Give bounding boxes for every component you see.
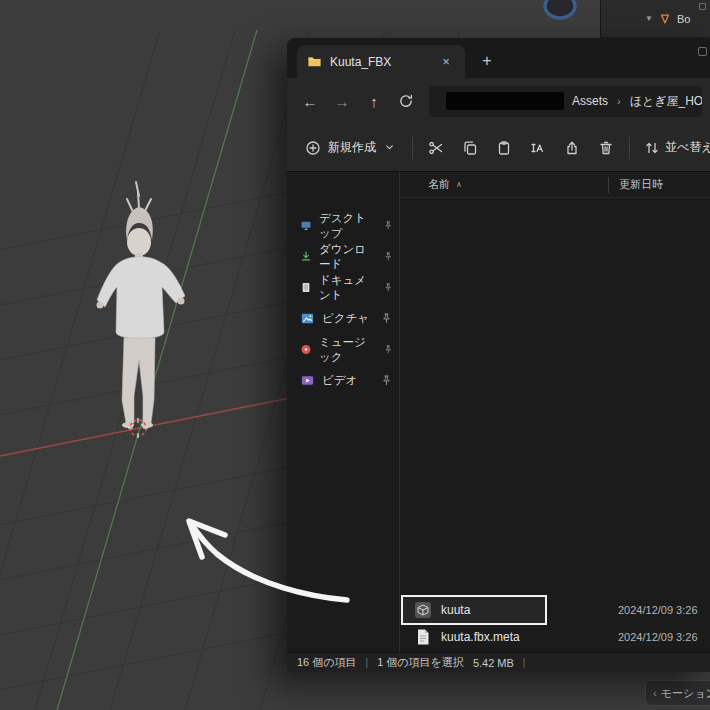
sidebar-item-desktop[interactable]: デスクトップ: [287, 210, 399, 241]
document-icon: [300, 280, 312, 295]
armature-icon: [658, 12, 672, 26]
address-bar[interactable]: Assets › ほとぎ屋_HOTO: [429, 86, 702, 117]
sort-ascending-caret: ∧: [456, 180, 462, 189]
file-row-kuuta[interactable]: kuuta 2024/12/09 3:26: [400, 596, 710, 624]
file-explorer-window: Kuuta_FBX × + ← → ↑: [287, 38, 710, 672]
outliner-item-label[interactable]: Bo: [677, 13, 690, 25]
copy-icon: [462, 140, 478, 156]
delete-button[interactable]: [589, 131, 623, 165]
folder-icon: [307, 54, 322, 69]
toolbar-divider: [629, 137, 630, 159]
sort-icon: [644, 140, 660, 156]
scissors-icon: [428, 140, 444, 156]
sidebar-item-documents[interactable]: ドキュメント: [287, 272, 399, 303]
scene-object-sphere[interactable]: [545, 0, 575, 18]
breadcrumb-separator: ›: [617, 95, 621, 107]
chevron-down-icon: [383, 141, 396, 154]
sort-button[interactable]: 並べ替え: [636, 131, 710, 165]
character-right-hand: [178, 298, 185, 305]
file-row-kuuta-meta[interactable]: kuuta.fbx.meta 2024/12/09 3:26: [400, 624, 710, 650]
copy-button[interactable]: [453, 131, 487, 165]
sort-label: 並べ替え: [665, 139, 710, 156]
trash-icon: [598, 140, 614, 156]
new-item-button[interactable]: 新規作成: [295, 131, 406, 165]
outliner-expand-arrow[interactable]: ▼: [645, 14, 653, 23]
status-separator: |: [366, 657, 369, 668]
paste-button[interactable]: [487, 131, 521, 165]
selection-size: 5.42 MB: [473, 657, 514, 669]
sidebar-item-label: ピクチャ: [322, 311, 369, 326]
explorer-tab[interactable]: Kuuta_FBX ×: [297, 45, 465, 78]
pin-icon: [383, 250, 393, 263]
explorer-status-bar: 16 個の項目 | 1 個の項目を選択 5.42 MB |: [287, 652, 710, 672]
explorer-address-row: ← → ↑ Assets › ほとぎ屋_HOTO: [287, 78, 710, 124]
screen: ▼ Bo ‹ モーションパ Kuuta_FBX × + ←: [0, 0, 710, 710]
panel-collapse-chevron: ‹: [653, 687, 657, 699]
character-left-foot: [122, 422, 134, 428]
sidebar-item-music[interactable]: ミュージック: [287, 334, 399, 365]
plus-circle-icon: [305, 140, 321, 156]
video-icon: [300, 373, 315, 388]
sidebar-item-label: ダウンロード: [319, 242, 376, 272]
clipboard-icon: [496, 140, 512, 156]
forward-button[interactable]: →: [327, 86, 357, 116]
sidebar-item-pictures[interactable]: ピクチャ: [287, 303, 399, 334]
explorer-tab-strip: Kuuta_FBX × +: [287, 38, 710, 78]
blender-outliner-panel: ▼ Bo: [600, 0, 710, 38]
sidebar-item-videos[interactable]: ビデオ: [287, 365, 399, 396]
share-button[interactable]: [555, 131, 589, 165]
sidebar-item-label: デスクトップ: [319, 211, 376, 241]
pictures-icon: [300, 311, 315, 326]
column-header-name[interactable]: 名前 ∧: [428, 177, 462, 192]
tab-close-icon[interactable]: ×: [437, 53, 455, 71]
sidebar-item-label: ミュージック: [319, 335, 376, 365]
motion-panel-tab[interactable]: ‹ モーションパ: [645, 680, 710, 706]
item-count: 16 個の項目: [297, 655, 357, 670]
pin-icon: [383, 219, 393, 232]
breadcrumb: Assets › ほとぎ屋_HOTO: [572, 93, 702, 110]
fbx-file-icon: [414, 601, 432, 619]
pin-icon: [380, 374, 393, 387]
toolbar-divider: [412, 137, 413, 159]
status-separator: |: [523, 657, 526, 668]
new-item-label: 新規作成: [328, 139, 376, 156]
sidebar-item-downloads[interactable]: ダウンロード: [287, 241, 399, 272]
window-control-icon[interactable]: [698, 47, 707, 56]
file-date: 2024/12/09 3:26: [608, 631, 698, 643]
explorer-content: デスクトップ ダウンロード: [287, 172, 710, 652]
file-rows: kuuta 2024/12/09 3:26 kuuta.fbx.meta 202…: [400, 596, 710, 650]
back-button[interactable]: ←: [295, 86, 325, 116]
file-date: 2024/12/09 3:26: [608, 604, 698, 616]
file-name: kuuta.fbx.meta: [441, 630, 520, 644]
explorer-command-bar: 新規作成: [287, 124, 710, 172]
file-name: kuuta: [441, 603, 470, 617]
new-tab-button[interactable]: +: [473, 47, 501, 75]
refresh-icon: [398, 93, 414, 109]
pin-icon: [383, 281, 393, 294]
selection-count: 1 個の項目を選択: [377, 655, 464, 670]
up-button[interactable]: ↑: [359, 86, 389, 116]
motion-panel-label: モーションパ: [661, 686, 710, 701]
sidebar-item-label: ビデオ: [322, 373, 357, 388]
column-header-row: 名前 ∧ 更新日時: [400, 172, 710, 198]
download-icon: [300, 249, 312, 264]
sidebar-item-label: ドキュメント: [319, 273, 376, 303]
tab-title: Kuuta_FBX: [330, 55, 391, 69]
music-icon: [300, 342, 312, 357]
rename-button[interactable]: [521, 131, 555, 165]
breadcrumb-current-folder[interactable]: ほとぎ屋_HOTO: [630, 93, 702, 110]
share-icon: [564, 140, 580, 156]
column-header-date[interactable]: 更新日時: [608, 177, 663, 193]
pin-icon: [383, 343, 393, 356]
breadcrumb-assets[interactable]: Assets: [572, 94, 608, 108]
redacted-path-segment: [446, 92, 564, 110]
character-head: [127, 228, 151, 256]
rename-icon: [530, 140, 546, 156]
refresh-button[interactable]: [391, 86, 421, 116]
file-list-area[interactable]: 名前 ∧ 更新日時 kuuta 2024: [400, 172, 710, 652]
outliner-filter-icon[interactable]: [699, 3, 706, 10]
explorer-sidebar: デスクトップ ダウンロード: [287, 172, 400, 652]
character-left-hand: [97, 302, 104, 309]
meta-file-icon: [414, 628, 432, 646]
cut-button[interactable]: [419, 131, 453, 165]
